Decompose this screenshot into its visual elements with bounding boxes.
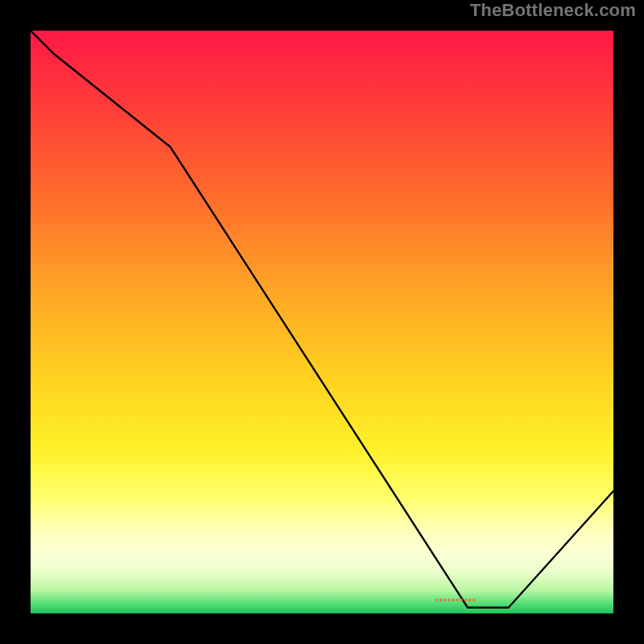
chart-frame: TheBottleneck.com •••••••••• xyxy=(0,0,644,644)
chart-line xyxy=(31,31,613,613)
plot-gradient-background: •••••••••• xyxy=(31,31,613,613)
watermark-text: TheBottleneck.com xyxy=(470,0,636,21)
optimum-marker: •••••••••• xyxy=(435,595,477,605)
plot-border: •••••••••• xyxy=(24,24,620,620)
